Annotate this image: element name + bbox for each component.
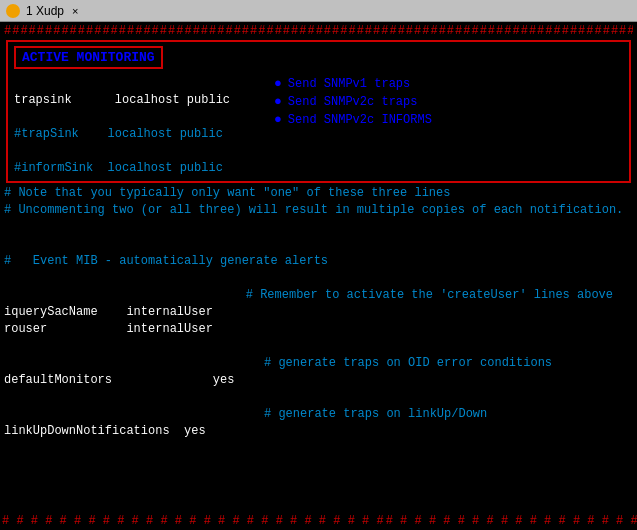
title-bar: 1 Xudp × (0, 0, 637, 22)
config-default-monitors: defaultMonitors yes (4, 372, 633, 389)
box-content: trapsink localhost public #trapSink loca… (14, 75, 623, 177)
left-line-2 (14, 109, 274, 126)
bullet-1: ● (274, 93, 282, 111)
active-monitoring-label: ACTIVE MONITORING (14, 46, 623, 75)
left-line-3: #trapSink localhost public (14, 126, 274, 143)
right-item-text-0: Send SNMPv1 traps (288, 75, 410, 93)
right-item-0: ● Send SNMPv1 traps (274, 75, 623, 93)
empty-line-3 (4, 270, 633, 287)
config-iquery: iquerySacName internalUser (4, 304, 633, 321)
generate2-container: # generate traps on linkUp/Down (4, 406, 633, 423)
right-item-text-1: Send SNMPv2c traps (288, 93, 418, 111)
generate-loops-2: # generate traps on linkUp/Down (264, 406, 487, 423)
empty-line-7 (4, 457, 633, 474)
comment-line-0: # Note that you typically only want "one… (4, 185, 633, 202)
empty-line-8 (4, 474, 633, 491)
config-linkup: linkUpDownNotifications yes (4, 423, 633, 440)
empty-line-2 (4, 236, 633, 253)
right-item-2: ● Send SNMPv2c INFORMS (274, 111, 623, 129)
event-mib-line: # Event MIB - automatically generate ale… (4, 253, 633, 270)
empty-line-6 (4, 440, 633, 457)
right-item-text-2: Send SNMPv2c INFORMS (288, 111, 432, 129)
status-bar: # # # # # # # # # # # # # # # # # # # # … (0, 512, 637, 530)
bullet-2: ● (274, 111, 282, 129)
remember-line-container: # Remember to activate the 'createUser' … (4, 287, 633, 304)
generate1-container: # generate traps on OID error conditions (4, 355, 633, 372)
left-line-1: trapsink localhost public (14, 92, 274, 109)
status-border-left: # # # # # # # # # # # # # # # # # # # # … (2, 514, 384, 528)
empty-line-5 (4, 389, 633, 406)
left-line-5: #informSink localhost public (14, 160, 274, 177)
terminal[interactable]: ########################################… (0, 22, 637, 530)
left-line-4 (14, 143, 274, 160)
bullet-0: ● (274, 75, 282, 93)
tab-label[interactable]: 1 Xudp (26, 4, 64, 18)
active-monitoring-box: ACTIVE MONITORING trapsink localhost pub… (6, 40, 631, 183)
right-column: ● Send SNMPv1 traps ● Send SNMPv2c traps… (274, 75, 623, 177)
title-icon (6, 4, 20, 18)
remember-line: # Remember to activate the 'createUser' … (246, 287, 613, 304)
status-border-right: # # # # # # # # # # # # # # # # # # # # … (386, 514, 637, 528)
generate-loops-1: # generate traps on OID error conditions (264, 355, 552, 372)
top-border: ########################################… (4, 24, 633, 38)
left-line-0 (14, 75, 274, 92)
config-rouser: rouser internalUser (4, 321, 633, 338)
empty-line-4 (4, 338, 633, 355)
close-button[interactable]: × (72, 5, 78, 17)
comment-line-1: # Uncommenting two (or all three) will r… (4, 202, 633, 219)
empty-line-1 (4, 219, 633, 236)
left-column: trapsink localhost public #trapSink loca… (14, 75, 274, 177)
right-item-1: ● Send SNMPv2c traps (274, 93, 623, 111)
